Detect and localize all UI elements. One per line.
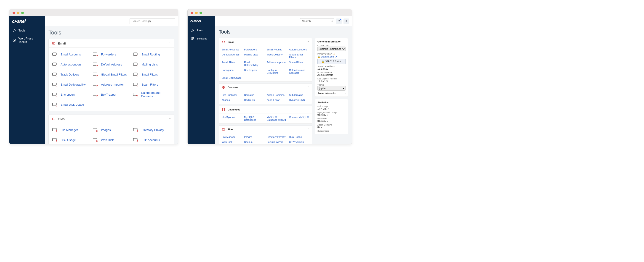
tool-web-disk[interactable]: Web Disk <box>92 136 130 144</box>
tool-email-disk-usage[interactable]: Email Disk Usage <box>222 76 242 80</box>
section-header-email[interactable]: Email⌃ <box>49 39 174 48</box>
tool-email-routing[interactable]: Email Routing <box>133 50 171 59</box>
page-title: Tools <box>48 29 174 36</box>
tool-disk-usage[interactable]: Disk Usage <box>289 135 309 139</box>
tool-phpmyadmin[interactable]: phpMyAdmin <box>222 115 242 122</box>
tool-boxtrapper[interactable]: BoxTrapper <box>244 68 264 75</box>
tool-email-deliverability[interactable]: Email Deliverability <box>244 60 264 67</box>
tool-subdomains[interactable]: Subdomains <box>289 93 309 97</box>
chevron-up-icon: ⌃ <box>169 42 171 45</box>
tool-global-email-filters[interactable]: Global Email Filters <box>92 70 130 79</box>
tool-configure-greylisting[interactable]: Configure Greylisting <box>267 68 287 75</box>
sidebar-item-tools[interactable]: Tools <box>9 26 45 34</box>
search-input[interactable] <box>300 18 334 24</box>
tool-directory-privacy[interactable]: Directory Privacy <box>133 126 171 134</box>
section-email: Email⌃Email AccountsForwardersEmail Rout… <box>48 39 174 111</box>
tool-icon <box>92 138 98 142</box>
tool-default-address[interactable]: Default Address <box>222 53 242 59</box>
primary-domain-value[interactable]: 🔒 example.com ↗ <box>318 55 346 58</box>
search-input[interactable] <box>130 18 175 24</box>
tool-backup[interactable]: Backup <box>244 140 264 144</box>
tool-global-email-filters[interactable]: Global Email Filters <box>289 53 309 59</box>
section-header-files[interactable]: Files⌃ <box>219 126 312 133</box>
tool-label: BoxTrapper <box>101 93 116 96</box>
tool-calendars-and-contacts[interactable]: Calendars and Contacts <box>133 90 171 99</box>
tool-backup-wizard[interactable]: Backup Wizard <box>267 140 287 144</box>
tool-images[interactable]: Images <box>244 135 264 139</box>
section-header-databases[interactable]: Databases⌃ <box>219 106 312 113</box>
sidebar-item-tools[interactable]: Tools <box>188 26 215 34</box>
tool-address-importer[interactable]: Address Importer <box>92 80 130 89</box>
tool-icon <box>52 62 58 67</box>
tool-autoresponders[interactable]: Autoresponders <box>52 60 90 69</box>
tool-boxtrapper[interactable]: BoxTrapper <box>92 90 130 99</box>
tool-spam-filters[interactable]: Spam Filters <box>289 60 309 67</box>
tool-disk-usage[interactable]: Disk Usage <box>52 136 90 144</box>
notification-button[interactable] <box>336 18 342 24</box>
minimize-icon[interactable] <box>17 12 20 14</box>
tool-web-disk[interactable]: Web Disk <box>222 140 242 144</box>
tool-redirects[interactable]: Redirects <box>244 98 264 102</box>
window-titlebar <box>188 9 352 16</box>
tool-email-routing[interactable]: Email Routing <box>267 48 287 51</box>
tool-images[interactable]: Images <box>92 126 130 134</box>
tool-email-accounts[interactable]: Email Accounts <box>222 48 242 51</box>
current-user-select[interactable]: example (example.com) <box>318 46 346 51</box>
section-domains: Domains⌃Site PublisherDomainsAddon Domai… <box>219 83 312 104</box>
sidebar-item-wordpress-toolkit[interactable]: WordPress Toolkit <box>9 34 45 46</box>
tool-file-manager[interactable]: File Manager <box>52 126 90 134</box>
sidebar-item-solutions[interactable]: Solutions <box>188 34 215 43</box>
tool-spam-filters[interactable]: Spam Filters <box>133 80 171 89</box>
section-header-email[interactable]: Email⌃ <box>219 38 312 46</box>
tool-mailing-lists[interactable]: Mailing Lists <box>133 60 171 69</box>
tool-default-address[interactable]: Default Address <box>92 60 130 69</box>
tool-email-accounts[interactable]: Email Accounts <box>52 50 90 59</box>
tool-autoresponders[interactable]: Autoresponders <box>289 48 309 51</box>
theme-select[interactable]: jupiter <box>318 86 346 91</box>
tool-encryption[interactable]: Encryption <box>222 68 242 75</box>
tool-mysql-database-wizard[interactable]: MySQL® Database Wizard <box>267 115 287 122</box>
tool-email-deliverability[interactable]: Email Deliverability <box>52 80 90 89</box>
tool-label: Address Importer <box>101 83 124 86</box>
tool-track-delivery[interactable]: Track Delivery <box>52 70 90 79</box>
stat-label: Addon Domains <box>318 124 346 126</box>
tool-calendars-and-contacts[interactable]: Calendars and Contacts <box>289 68 309 75</box>
tool-directory-privacy[interactable]: Directory Privacy <box>267 135 287 139</box>
close-icon[interactable] <box>191 12 193 14</box>
tool-label: Images <box>101 128 111 132</box>
ssl-status-button[interactable]: 🔒 SSL/TLS Status <box>318 59 346 64</box>
tool-label: Spam Filters <box>142 83 158 86</box>
tool-mailing-lists[interactable]: Mailing Lists <box>244 53 264 59</box>
tool-address-importer[interactable]: Address Importer <box>267 60 287 67</box>
tool-mysql-databases[interactable]: MySQL® Databases <box>244 115 264 122</box>
tool-aliases[interactable]: Aliases <box>222 98 242 102</box>
tool-ftp-accounts[interactable]: FTP Accounts <box>133 136 171 144</box>
tool-dynamic-dns[interactable]: Dynamic DNS <box>289 98 309 102</box>
tool-email-disk-usage[interactable]: Email Disk Usage <box>52 100 90 109</box>
section-title: Databases <box>228 108 305 111</box>
sidebar-item-label: Solutions <box>197 37 207 40</box>
tool-track-delivery[interactable]: Track Delivery <box>267 53 287 59</box>
server-information-link[interactable]: Server Information › <box>318 91 346 95</box>
tool-addon-domains[interactable]: Addon Domains <box>267 93 287 97</box>
tool-email-filters[interactable]: Email Filters <box>133 70 171 79</box>
zoom-icon[interactable] <box>200 12 202 14</box>
tool-email-filters[interactable]: Email Filters <box>222 60 242 67</box>
svg-point-27 <box>56 95 57 96</box>
section-header-files[interactable]: Files⌃ <box>49 115 174 123</box>
tool-domains[interactable]: Domains <box>244 93 264 97</box>
close-icon[interactable] <box>12 12 15 14</box>
tool-site-publisher[interactable]: Site Publisher <box>222 93 242 97</box>
section-header-domains[interactable]: Domains⌃ <box>219 84 312 91</box>
tool-file-manager[interactable]: File Manager <box>222 135 242 139</box>
user-button[interactable] <box>344 18 349 24</box>
tool-forwarders[interactable]: Forwarders <box>244 48 264 51</box>
tool-forwarders[interactable]: Forwarders <box>92 50 130 59</box>
tool-encryption[interactable]: Encryption <box>52 90 90 99</box>
minimize-icon[interactable] <box>195 12 198 14</box>
tool-git-version-control[interactable]: Git™ Version Control <box>289 140 309 144</box>
zoom-icon[interactable] <box>21 12 24 14</box>
tool-remote-mysql-[interactable]: Remote MySQL® <box>289 115 309 122</box>
tool-zone-editor[interactable]: Zone Editor <box>267 98 287 102</box>
stat-subdomains: Subdomains <box>318 130 346 132</box>
